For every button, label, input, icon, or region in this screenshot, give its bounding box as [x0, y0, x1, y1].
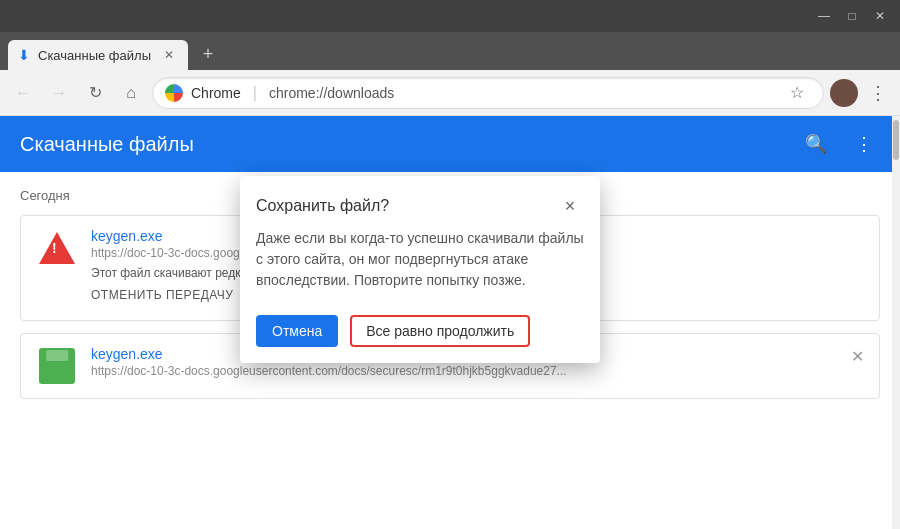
dialog-cancel-button[interactable]: Отмена — [256, 315, 338, 347]
browser-menu-button[interactable]: ⋮ — [864, 79, 892, 107]
bookmark-button[interactable]: ☆ — [783, 79, 811, 107]
tab-title: Скачанные файлы — [38, 48, 152, 63]
tab-bar: ⬇ Скачанные файлы ✕ + — [0, 32, 900, 70]
dialog-title: Сохранить файл? — [256, 197, 389, 215]
address-url: chrome://downloads — [269, 85, 394, 101]
new-tab-button[interactable]: + — [194, 40, 222, 68]
profile-avatar[interactable] — [830, 79, 858, 107]
tab-downloads[interactable]: ⬇ Скачанные файлы ✕ — [8, 40, 188, 70]
chrome-logo-icon — [165, 84, 183, 102]
reload-button[interactable]: ↻ — [80, 78, 110, 108]
home-button[interactable]: ⌂ — [116, 78, 146, 108]
dialog-close-button[interactable]: × — [556, 192, 584, 220]
title-bar: — □ ✕ — [0, 0, 900, 32]
download-tab-icon: ⬇ — [18, 47, 30, 63]
close-window-button[interactable]: ✕ — [868, 4, 892, 28]
dialog-header: Сохранить файл? × — [240, 176, 600, 228]
dialog-actions: Отмена Все равно продолжить — [240, 307, 600, 363]
dialog-body: Даже если вы когда-то успешно скачивали … — [240, 228, 600, 307]
dialog-overlay: Сохранить файл? × Даже если вы когда-то … — [0, 116, 900, 529]
address-bar-area: ← → ↻ ⌂ Chrome | chrome://downloads ☆ ⋮ — [0, 70, 900, 116]
brand-name: Chrome — [191, 85, 241, 101]
minimize-button[interactable]: — — [812, 4, 836, 28]
address-bar[interactable]: Chrome | chrome://downloads ☆ — [152, 77, 824, 109]
save-file-dialog: Сохранить файл? × Даже если вы когда-то … — [240, 176, 600, 363]
address-separator: | — [253, 84, 257, 102]
title-bar-controls: — □ ✕ — [812, 4, 892, 28]
dialog-continue-button[interactable]: Все равно продолжить — [350, 315, 530, 347]
page-content: Скачанные файлы 🔍 ⋮ Сегодня keygen.exe h… — [0, 116, 900, 529]
forward-button[interactable]: → — [44, 78, 74, 108]
maximize-button[interactable]: □ — [840, 4, 864, 28]
back-button[interactable]: ← — [8, 78, 38, 108]
tab-close-button[interactable]: ✕ — [160, 46, 178, 64]
